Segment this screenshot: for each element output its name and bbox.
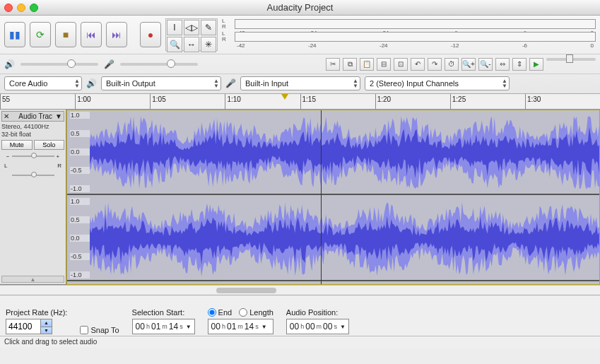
sync-lock-button[interactable]: ⏱ xyxy=(445,58,459,71)
snap-to-checkbox[interactable]: Snap To xyxy=(80,326,119,334)
track-menu-button[interactable]: ✕ Audio Trac ▼ xyxy=(1,111,64,122)
fit-project-button[interactable]: ⇕ xyxy=(512,58,527,71)
record-meter[interactable]: LR -42-24-24-12-60 xyxy=(222,31,596,42)
audio-host-dropdown[interactable]: Core Audio▲▼ xyxy=(4,76,82,90)
record-button[interactable]: ● xyxy=(140,22,161,47)
track-format-info: Stereo, 44100Hz 32-bit float xyxy=(1,123,64,139)
track-gain-slider[interactable]: − + xyxy=(1,151,64,161)
input-device-icon: 🎤 xyxy=(225,78,236,88)
redo-button[interactable]: ↷ xyxy=(428,58,442,71)
play-button[interactable]: ⟳ xyxy=(30,22,51,47)
solo-button[interactable]: Solo xyxy=(34,140,65,150)
waveform-left-channel: 1.00.50.0-0.5-1.0 xyxy=(67,110,599,195)
tracks-area: ✕ Audio Trac ▼ Stereo, 44100Hz 32-bit fl… xyxy=(0,110,600,285)
input-volume-slider[interactable] xyxy=(120,63,198,66)
trim-button[interactable]: ⊟ xyxy=(377,58,391,71)
project-rate-field[interactable]: ▲▼ xyxy=(6,319,67,334)
project-rate-label: Project Rate (Hz): xyxy=(6,308,67,317)
status-bar: Click and drag to select audio xyxy=(0,336,600,348)
audio-position-time[interactable]: 00h 00m 00s ▼ xyxy=(286,319,349,334)
window-title: Audacity Project xyxy=(0,2,600,13)
play-at-speed-button[interactable]: ▶ xyxy=(529,58,543,71)
track-control-panel: ✕ Audio Trac ▼ Stereo, 44100Hz 32-bit fl… xyxy=(0,110,66,285)
silence-button[interactable]: ⊡ xyxy=(394,58,408,71)
waveform-area[interactable]: 1.00.50.0-0.5-1.0 1.00.50.0-0.5-1.0 xyxy=(66,110,600,285)
play-speed-slider[interactable] xyxy=(546,58,596,61)
envelope-tool[interactable]: ◁▷ xyxy=(184,20,199,35)
pause-button[interactable]: ▮▮ xyxy=(4,22,25,47)
cut-button[interactable]: ✂ xyxy=(326,58,340,71)
mic-icon: 🎤 xyxy=(104,59,114,69)
stop-button[interactable]: ■ xyxy=(55,22,76,47)
track-collapse-button[interactable]: ▲ xyxy=(1,276,64,283)
draw-tool[interactable]: ✎ xyxy=(201,20,216,35)
track-pan-slider[interactable] xyxy=(1,170,64,180)
output-device-icon: 🔊 xyxy=(86,78,97,88)
window-titlebar: Audacity Project xyxy=(0,0,600,16)
selection-length-radio[interactable]: Length xyxy=(239,308,273,317)
meters: LR -42-24-24-6-60 LR -42-24-24-12-60 xyxy=(222,18,596,51)
input-device-dropdown[interactable]: Built-in Input▲▼ xyxy=(240,76,360,90)
selection-start-time[interactable]: 00h 01m 14s ▼ xyxy=(132,319,195,334)
waveform-right-channel: 1.00.50.0-0.5-1.0 xyxy=(67,196,599,281)
playhead-cursor xyxy=(321,110,322,284)
mute-button[interactable]: Mute xyxy=(1,140,33,150)
timeline-ruler[interactable]: 551:001:051:101:151:201:251:301:35 xyxy=(0,94,600,110)
input-channels-dropdown[interactable]: 2 (Stereo) Input Channels▲▼ xyxy=(365,76,510,90)
zoom-out-button[interactable]: 🔍- xyxy=(478,58,493,71)
audio-position-label: Audio Position: xyxy=(286,308,349,317)
timeshift-tool[interactable]: ↔ xyxy=(184,37,199,52)
transport-controls: ▮▮ ⟳ ■ ⏮ ⏭ ● xyxy=(4,18,161,51)
project-rate-input[interactable] xyxy=(6,319,41,334)
project-rate-up[interactable]: ▲ xyxy=(41,319,52,327)
speaker-icon: 🔊 xyxy=(4,59,15,69)
skip-start-button[interactable]: ⏮ xyxy=(81,22,102,47)
fit-selection-button[interactable]: ⇔ xyxy=(495,58,510,71)
selection-end-time[interactable]: 00h 01m 14s ▼ xyxy=(208,319,273,334)
zoom-in-button[interactable]: 🔍+ xyxy=(461,58,476,71)
skip-end-button[interactable]: ⏭ xyxy=(106,22,127,47)
playback-meter[interactable]: LR -42-24-24-6-60 xyxy=(222,18,596,30)
selection-start-label: Selection Start: xyxy=(132,308,195,317)
main-toolbar: ▮▮ ⟳ ■ ⏮ ⏭ ● I ◁▷ ✎ 🔍 ↔ ✳ LR -42-24-24-6… xyxy=(0,16,600,94)
paste-button[interactable]: 📋 xyxy=(360,58,374,71)
zoom-tool[interactable]: 🔍 xyxy=(167,37,182,52)
copy-button[interactable]: ⧉ xyxy=(343,58,357,71)
project-rate-down[interactable]: ▼ xyxy=(41,327,52,334)
tools-toolbar: I ◁▷ ✎ 🔍 ↔ ✳ xyxy=(165,18,218,51)
selection-toolbar: Project Rate (Hz): ▲▼ Snap To Selection … xyxy=(0,295,600,336)
multi-tool[interactable]: ✳ xyxy=(201,37,216,52)
selection-end-radio[interactable]: End xyxy=(208,308,233,317)
output-device-dropdown[interactable]: Built-in Output▲▼ xyxy=(101,76,221,90)
output-volume-slider[interactable] xyxy=(20,63,98,66)
undo-button[interactable]: ↶ xyxy=(411,58,425,71)
horizontal-scrollbar[interactable] xyxy=(0,285,600,295)
selection-tool[interactable]: I xyxy=(167,20,182,35)
